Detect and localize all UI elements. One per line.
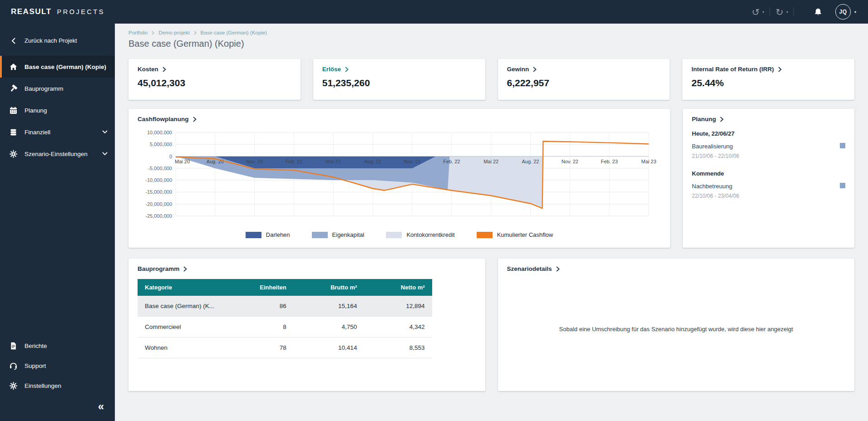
chart-legend: DarlehenEigenkapitalKontokorrentkreditKu… — [138, 231, 661, 241]
sidebar-item-support[interactable]: Support — [0, 356, 115, 376]
svg-text:Feb. 23: Feb. 23 — [601, 159, 618, 164]
plan-item-name: Nachbetreuung — [692, 183, 732, 190]
kpi-label: Gewinn — [507, 66, 529, 73]
cell-kategorie: Base case (German) (K... — [138, 296, 238, 317]
home-icon — [9, 63, 18, 71]
chevron-right-icon — [194, 31, 197, 35]
notifications-button[interactable] — [811, 7, 825, 17]
card-title: Szenariodetails — [507, 265, 552, 272]
brand-logo[interactable]: REASULT PROJECTS — [11, 7, 105, 16]
kpi-link-kosten[interactable]: Kosten — [138, 66, 166, 73]
sidebar-item-finanziell[interactable]: Finanziell — [0, 121, 115, 143]
redo-icon: ↻ — [775, 7, 784, 17]
page-title: Base case (German) (Kopie) — [128, 39, 854, 49]
plan-section-today: Heute, 22/06/27 Baurealisierung 21/10/06… — [692, 130, 845, 159]
plan-item[interactable]: Nachbetreuung — [692, 183, 845, 190]
chevron-right-icon — [556, 266, 560, 272]
undo-button[interactable]: ↺ — [750, 6, 761, 18]
sidebar-item-label: Szenario-Einstellungen — [25, 151, 88, 157]
coins-icon — [9, 128, 18, 137]
breadcrumb-portfolio[interactable]: Portfolio — [128, 30, 148, 35]
svg-text:-20,000,000: -20,000,000 — [145, 201, 172, 207]
sidebar-item-label: Einstellungen — [25, 382, 61, 389]
planung-card: Planung Heute, 22/06/27 Baurealisierung … — [683, 109, 854, 248]
breadcrumb-demo-projekt[interactable]: Demo projekt — [158, 30, 189, 35]
headset-icon — [9, 362, 18, 370]
sidebar-item-einstellungen[interactable]: Einstellungen — [0, 376, 115, 396]
sidebar-item-bauprogramm[interactable]: Bauprogramm — [0, 78, 115, 99]
kpi-row: Kosten 45,012,303 Erlöse 51,235,260 Gewi… — [128, 59, 854, 100]
card-title: Cashflowplanung — [138, 116, 189, 122]
column-header: Netto m² — [364, 279, 432, 296]
chart-area: Mai 20Aug. 20Nov. 20Feb. 21Mai 21Aug. 21… — [138, 129, 661, 221]
svg-text:0: 0 — [169, 154, 172, 159]
plan-item-dates: 22/10/06 - 23/04/06 — [692, 193, 845, 199]
cell-netto: 4,342 — [364, 317, 432, 338]
legend-label: Kumulierter Cashflow — [497, 231, 553, 238]
column-header: Einheiten — [238, 279, 294, 296]
user-menu[interactable]: JQ ▾ — [835, 4, 856, 20]
svg-text:Aug. 22: Aug. 22 — [522, 159, 539, 164]
legend-item-kontokorrentkredit[interactable]: Kontokorrentkredit — [386, 231, 454, 238]
card-title: Bauprogramm — [138, 265, 179, 272]
kpi-value: 51,235,260 — [322, 78, 476, 88]
chevron-right-icon — [152, 31, 154, 35]
chevron-down-icon — [102, 130, 108, 134]
cell-einheiten: 8 — [238, 317, 294, 338]
sidebar-item-berichte[interactable]: Berichte — [0, 336, 115, 356]
brand-name: REASULT — [11, 7, 52, 16]
legend-swatch — [477, 232, 493, 238]
table-row[interactable]: Commercieel 8 4,750 4,342 — [138, 317, 432, 338]
sidebar-item-szenario-einstellungen[interactable]: Szenario-Einstellungen — [0, 143, 115, 165]
undo-dropdown-button[interactable]: ▾ — [761, 10, 765, 14]
undo-icon: ↺ — [752, 7, 760, 17]
kpi-label: Erlöse — [322, 66, 341, 73]
cashflow-chart: Mai 20Aug. 20Nov. 20Feb. 21Mai 21Aug. 21… — [138, 129, 660, 220]
kpi-card-kosten: Kosten 45,012,303 — [128, 59, 301, 100]
szenario-link[interactable]: Szenariodetails — [507, 265, 560, 272]
chevron-left-icon — [9, 36, 18, 45]
gear-icon — [9, 382, 18, 390]
szenario-empty-text: Sobald eine Umschreibung für das Szenari… — [507, 326, 846, 333]
toolbar-divider — [769, 7, 770, 16]
kpi-link-gewinn[interactable]: Gewinn — [507, 66, 537, 73]
kpi-link-erloese[interactable]: Erlöse — [322, 66, 349, 73]
kpi-link-irr[interactable]: Internal Rate of Return (IRR) — [691, 66, 782, 73]
svg-text:Mai 20: Mai 20 — [175, 159, 190, 164]
cashflow-link[interactable]: Cashflowplanung — [138, 116, 197, 122]
legend-item-darlehen[interactable]: Darlehen — [246, 231, 290, 238]
redo-button[interactable]: ↻ — [774, 6, 785, 18]
sidebar-item-label: Berichte — [25, 343, 47, 349]
bauprogramm-link[interactable]: Bauprogramm — [138, 265, 187, 272]
sidebar-collapse-button[interactable]: « — [0, 396, 115, 419]
svg-text:-5,000,000: -5,000,000 — [148, 166, 172, 171]
legend-swatch — [386, 232, 402, 238]
svg-text:Feb. 21: Feb. 21 — [286, 159, 302, 164]
table-header-row: Kategorie Einheiten Brutto m² Netto m² — [138, 279, 432, 296]
redo-dropdown-button[interactable]: ▾ — [785, 10, 789, 14]
sidebar-item-base-case[interactable]: Base case (German) (Kopie) — [0, 56, 115, 78]
sidebar: Zurück nach Projekt Base case (German) (… — [0, 24, 115, 421]
table-row[interactable]: Base case (German) (K... 86 15,164 12,89… — [138, 296, 432, 317]
legend-label: Darlehen — [266, 231, 290, 238]
bauprogramm-table: Kategorie Einheiten Brutto m² Netto m² B… — [138, 279, 432, 358]
cell-kategorie: Wohnen — [138, 338, 238, 358]
svg-text:Nov. 22: Nov. 22 — [562, 159, 578, 164]
chevron-right-icon — [778, 67, 782, 72]
planung-link[interactable]: Planung — [692, 116, 724, 122]
user-menu-caret-icon: ▾ — [854, 10, 856, 14]
sidebar-item-planung[interactable]: Planung — [0, 99, 115, 121]
svg-text:-25,000,000: -25,000,000 — [145, 213, 172, 219]
svg-text:Nov. 20: Nov. 20 — [246, 159, 263, 164]
legend-item-eigenkapital[interactable]: Eigenkapital — [312, 231, 365, 238]
svg-text:Feb. 22: Feb. 22 — [443, 159, 460, 164]
svg-text:Aug. 20: Aug. 20 — [207, 159, 224, 164]
kpi-label: Kosten — [138, 66, 158, 73]
legend-swatch — [246, 232, 261, 238]
legend-item-kumulierter-cashflow[interactable]: Kumulierter Cashflow — [477, 231, 553, 238]
plan-heading: Heute, 22/06/27 — [692, 130, 845, 137]
plan-item[interactable]: Baurealisierung — [692, 143, 845, 150]
brand-product: PROJECTS — [57, 8, 105, 15]
back-to-project-button[interactable]: Zurück nach Projekt — [0, 28, 115, 56]
table-row[interactable]: Wohnen 78 10,414 8,553 — [138, 338, 432, 358]
